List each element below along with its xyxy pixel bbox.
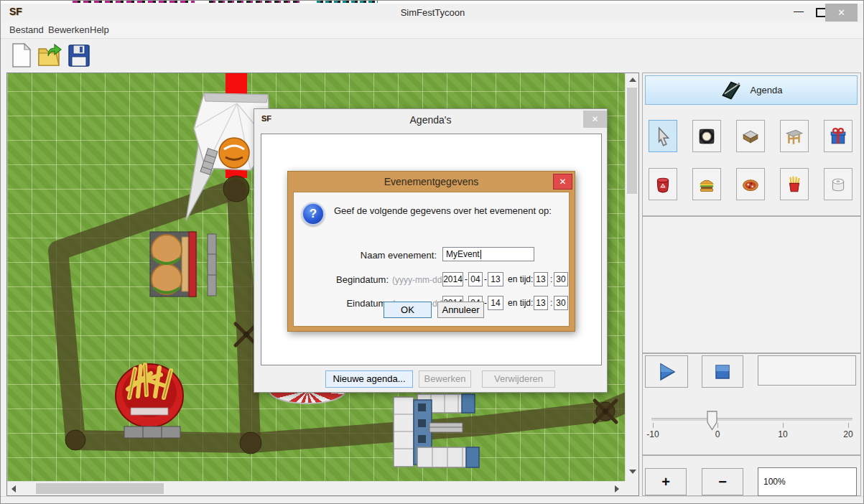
- spotlight-icon: [697, 127, 716, 146]
- tool-toilet-paper-button[interactable]: [824, 168, 853, 200]
- event-name-field[interactable]: MyEvent: [442, 247, 534, 261]
- tool-fries-button[interactable]: [780, 168, 809, 200]
- event-dialog-close-button[interactable]: ✕: [553, 174, 572, 190]
- begin-minute-field[interactable]: 30: [554, 272, 568, 286]
- time-separator: :: [550, 274, 552, 284]
- agendas-dialog-close-button[interactable]: ✕: [583, 111, 607, 128]
- stop-button[interactable]: [702, 355, 743, 388]
- end-hour-field[interactable]: 13: [534, 296, 548, 310]
- begin-day-field[interactable]: 13: [488, 272, 503, 286]
- horizontal-scroll-thumb[interactable]: [36, 483, 164, 494]
- scroll-left-icon[interactable]: [11, 485, 16, 493]
- bench[interactable]: [429, 423, 463, 432]
- event-details-dialog: Evenementgegevens ✕ ? Geef de volgende g…: [287, 171, 575, 332]
- simfest-logo: [219, 138, 249, 168]
- menu-bar: Bestand Bewerken Help: [1, 22, 864, 39]
- slider-tick: [848, 423, 849, 428]
- ok-button[interactable]: OK: [384, 302, 432, 318]
- agenda-panel-button[interactable]: Agenda: [645, 75, 858, 105]
- cancel-button[interactable]: Annuleer: [437, 302, 484, 318]
- artifact-pixels: [209, 1, 302, 3]
- trash-can-icon: [654, 175, 672, 194]
- tool-gift-button[interactable]: [824, 120, 853, 152]
- vertical-scroll-thumb[interactable]: [627, 88, 637, 194]
- burger-stand[interactable]: [150, 232, 196, 297]
- event-dialog-prompt: Geef de volgende gegevens over het eveme…: [334, 205, 552, 216]
- tool-stand-frame-button[interactable]: [780, 120, 809, 152]
- question-mark-icon: ?: [302, 202, 325, 225]
- scroll-down-icon[interactable]: [629, 470, 636, 474]
- artifact-pixels: [317, 1, 378, 3]
- tool-pizza-button[interactable]: [736, 168, 765, 200]
- tool-trash-can-button[interactable]: [649, 168, 677, 200]
- open-file-button[interactable]: [37, 42, 64, 69]
- window-title: SimFestTycoon: [1, 4, 864, 22]
- zoom-panel: + − 100%: [642, 455, 861, 496]
- tool-spotlight-button[interactable]: [692, 120, 721, 152]
- text-caret: [480, 250, 481, 259]
- tool-cursor-button[interactable]: [649, 120, 677, 152]
- hamburger-icon: [697, 175, 716, 194]
- begin-time-label: en tijd:: [508, 274, 533, 284]
- tools-panel: Agenda: [642, 73, 861, 216]
- stage-icon: [741, 127, 760, 146]
- slider-thumb-icon: [707, 411, 717, 431]
- speed-slider-track[interactable]: [651, 418, 853, 421]
- end-day-field[interactable]: 14: [488, 296, 503, 310]
- agendas-dialog-titlebar[interactable]: SF Agenda's ✕: [254, 109, 607, 131]
- begin-hour-field[interactable]: 13: [534, 272, 548, 286]
- scroll-right-icon[interactable]: [615, 485, 619, 493]
- save-icon: [68, 45, 90, 67]
- menu-bestand[interactable]: Bestand: [5, 22, 48, 38]
- fries-stand[interactable]: [116, 364, 183, 427]
- pizza-icon: [741, 175, 760, 194]
- map-vertical-scrollbar[interactable]: [625, 73, 638, 481]
- menu-help[interactable]: Help: [85, 22, 113, 38]
- end-minute-field[interactable]: 30: [554, 296, 568, 310]
- slider-tick-label: -10: [642, 429, 664, 439]
- play-icon: [656, 362, 677, 382]
- toilet-paper-icon: [829, 175, 847, 194]
- date-separator: -: [484, 274, 487, 284]
- slider-tick: [653, 423, 654, 428]
- begin-month-field[interactable]: 04: [468, 272, 483, 286]
- end-date-label: Eindatum:: [301, 298, 389, 309]
- slider-tick: [783, 423, 784, 428]
- begin-year-field[interactable]: 2014: [442, 272, 463, 286]
- date-separator: -: [465, 274, 468, 284]
- fries-icon: [785, 175, 804, 194]
- slider-tick-label: 20: [837, 429, 859, 439]
- event-name-value: MyEvent: [446, 249, 480, 259]
- cursor-icon: [654, 126, 672, 146]
- save-file-button[interactable]: [65, 42, 93, 69]
- minimize-button[interactable]: —: [788, 4, 809, 21]
- title-bar: SF SimFestTycoon — ✕: [1, 4, 864, 22]
- begin-date-format-hint: (yyyy-mm-dd): [392, 275, 445, 285]
- edit-agenda-button: Bewerken: [419, 370, 471, 388]
- play-button[interactable]: [645, 355, 688, 388]
- zoom-level-field[interactable]: 100%: [758, 467, 857, 496]
- bench[interactable]: [124, 426, 180, 438]
- begin-date-label: Begindatum:: [301, 274, 389, 285]
- app-window: SF SimFestTycoon — ✕ Bestand Bewerken He…: [0, 0, 864, 504]
- agenda-list-panel[interactable]: [642, 216, 861, 353]
- gift-icon: [829, 127, 847, 146]
- slider-tick: [717, 423, 718, 428]
- agendas-dialog-title: Agenda's: [254, 109, 607, 131]
- stand-frame-icon: [785, 127, 804, 146]
- new-file-button[interactable]: [8, 42, 35, 69]
- new-document-icon: [11, 43, 32, 67]
- slider-tick-label: 0: [707, 429, 728, 439]
- map-horizontal-scrollbar[interactable]: [7, 481, 625, 495]
- zoom-in-button[interactable]: +: [645, 468, 687, 495]
- date-separator: -: [484, 298, 487, 308]
- zoom-out-button[interactable]: −: [702, 468, 743, 495]
- open-folder-icon: [37, 43, 63, 67]
- new-agenda-button[interactable]: Nieuwe agenda...: [325, 370, 413, 388]
- scroll-up-icon[interactable]: [629, 78, 636, 82]
- bench[interactable]: [208, 234, 216, 296]
- close-button[interactable]: ✕: [825, 4, 858, 22]
- tool-hamburger-button[interactable]: [692, 168, 721, 200]
- tool-stage-button[interactable]: [736, 120, 765, 152]
- end-time-label: en tijd:: [508, 298, 533, 308]
